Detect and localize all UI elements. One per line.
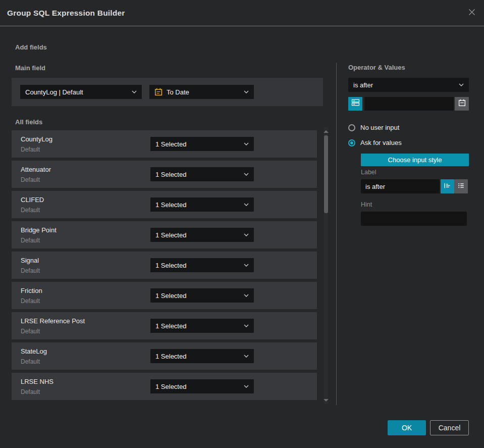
field-selection-value: 1 Selected [155, 231, 241, 239]
field-subtitle: Default [21, 146, 40, 153]
date-field-dropdown[interactable]: To Date [149, 85, 254, 99]
field-name: Signal [21, 257, 39, 264]
field-subtitle: Default [21, 207, 40, 214]
field-selection-value: 1 Selected [155, 322, 241, 330]
field-subtitle: Default [21, 267, 40, 274]
chevron-down-icon [244, 294, 249, 297]
operator-dropdown-value: is after [353, 81, 456, 89]
dialog-titlebar: Group SQL Expression Builder [0, 0, 484, 26]
field-subtitle: Default [21, 358, 40, 365]
main-field-dropdown[interactable]: CountyLog | Default [20, 85, 142, 99]
all-fields-heading: All fields [15, 118, 42, 126]
chevron-down-icon [244, 142, 249, 145]
operator-dropdown[interactable]: is after [348, 78, 469, 92]
field-name: Bridge Point [21, 226, 57, 234]
field-row: CLIFED Default 1 Selected [12, 191, 317, 218]
chevron-down-icon [244, 203, 249, 206]
no-user-input-radio[interactable]: No user input [348, 124, 399, 131]
cancel-button[interactable]: Cancel [430, 420, 469, 435]
field-subtitle: Default [21, 388, 40, 395]
field-selection-dropdown[interactable]: 1 Selected [150, 349, 254, 363]
field-row: StateLog Default 1 Selected [12, 342, 317, 370]
scrollbar-up-arrow[interactable] [324, 130, 329, 133]
scrollbar-thumb[interactable] [324, 135, 328, 213]
panel-divider [336, 63, 337, 405]
dialog-title: Group SQL Expression Builder [7, 0, 125, 26]
field-selection-value: 1 Selected [155, 201, 241, 209]
field-selection-dropdown[interactable]: 1 Selected [150, 379, 254, 393]
field-selection-dropdown[interactable]: 1 Selected [150, 228, 254, 242]
main-field-heading: Main field [15, 64, 45, 72]
add-fields-heading: Add fields [15, 43, 47, 51]
chevron-down-icon [244, 324, 249, 327]
field-name: CountyLog [21, 135, 52, 143]
field-list-icon [351, 98, 360, 109]
radio-selected-icon [348, 139, 355, 146]
main-field-panel: CountyLog | Default To Date [12, 78, 323, 106]
field-selection-value: 1 Selected [155, 140, 241, 148]
text-input-style-button[interactable] [441, 179, 454, 193]
ok-button[interactable]: OK [388, 420, 426, 435]
set-from-field-button[interactable] [348, 97, 362, 111]
field-name: Attenuator [21, 166, 51, 173]
field-subtitle: Default [21, 176, 40, 183]
operator-values-heading: Operator & Values [348, 64, 405, 71]
close-button[interactable] [466, 7, 478, 19]
field-row: LRSE NHS Default 1 Selected [12, 373, 317, 400]
main-field-dropdown-value: CountyLog | Default [25, 88, 129, 96]
field-selection-value: 1 Selected [155, 292, 241, 300]
value-input[interactable] [364, 97, 454, 111]
close-icon [468, 8, 476, 18]
chevron-down-icon [244, 173, 249, 176]
field-selection-dropdown[interactable]: 1 Selected [150, 258, 254, 272]
bullet-list-icon [457, 182, 465, 191]
chevron-down-icon [244, 90, 249, 93]
chevron-down-icon [459, 83, 464, 86]
chevron-down-icon [244, 385, 249, 388]
field-selection-dropdown[interactable]: 1 Selected [150, 288, 254, 303]
list-input-style-button[interactable] [454, 179, 468, 193]
field-selection-dropdown[interactable]: 1 Selected [150, 137, 254, 151]
field-selection-dropdown[interactable]: 1 Selected [150, 197, 254, 212]
field-selection-value: 1 Selected [155, 383, 241, 390]
field-selection-value: 1 Selected [155, 171, 241, 178]
field-selection-value: 1 Selected [155, 353, 241, 360]
radio-unselected-icon [348, 124, 355, 131]
field-row: Attenuator Default 1 Selected [12, 161, 317, 188]
field-name: LRSE NHS [21, 378, 53, 385]
field-name: Friction [21, 287, 42, 294]
field-subtitle: Default [21, 297, 40, 305]
ask-for-values-label: Ask for values [360, 139, 402, 146]
field-selection-value: 1 Selected [155, 262, 241, 269]
no-user-input-label: No user input [360, 124, 399, 131]
field-selection-dropdown[interactable]: 1 Selected [150, 319, 254, 333]
label-input[interactable] [361, 179, 440, 193]
scrollbar-down-arrow[interactable] [324, 399, 329, 402]
field-row: Bridge Point Default 1 Selected [12, 221, 317, 248]
chevron-down-icon [244, 233, 249, 236]
field-subtitle: Default [21, 237, 40, 244]
chevron-down-icon [132, 90, 137, 93]
calendar-icon [154, 88, 163, 96]
label-field-label: Label [361, 169, 377, 176]
field-name: CLIFED [21, 196, 44, 204]
date-picker-button[interactable] [455, 97, 469, 111]
calendar-icon [458, 99, 466, 109]
chevron-down-icon [244, 264, 249, 267]
align-left-icon [444, 182, 451, 191]
all-fields-list: CountyLog Default 1 Selected Attenuator … [12, 130, 317, 400]
field-row: LRSE Reference Post Default 1 Selected [12, 312, 317, 339]
field-name: StateLog [21, 347, 47, 355]
hint-field-label: Hint [361, 201, 372, 208]
field-row: Friction Default 1 Selected [12, 282, 317, 309]
hint-input[interactable] [361, 212, 467, 226]
chevron-down-icon [244, 355, 249, 358]
ask-for-values-radio[interactable]: Ask for values [348, 139, 402, 146]
field-row: CountyLog Default 1 Selected [12, 130, 317, 158]
field-selection-dropdown[interactable]: 1 Selected [150, 167, 254, 181]
date-field-dropdown-value: To Date [167, 88, 241, 96]
field-name: LRSE Reference Post [21, 317, 85, 325]
choose-input-style-button[interactable]: Choose input style [361, 154, 469, 166]
field-subtitle: Default [21, 328, 40, 335]
field-row: Signal Default 1 Selected [12, 252, 317, 279]
